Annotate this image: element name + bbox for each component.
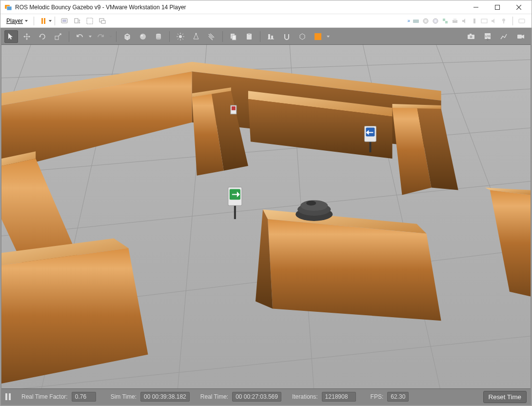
dropdown-icon[interactable] bbox=[109, 36, 112, 38]
svg-point-33 bbox=[156, 38, 161, 40]
point-light-button[interactable] bbox=[174, 30, 187, 43]
svg-marker-89 bbox=[268, 219, 441, 321]
undo-button[interactable] bbox=[73, 30, 87, 43]
paste-button[interactable] bbox=[242, 30, 256, 43]
plot-button[interactable] bbox=[497, 30, 511, 43]
realtime-label: Real Time: bbox=[200, 393, 228, 400]
svg-line-42 bbox=[182, 34, 183, 35]
separator bbox=[55, 17, 55, 25]
separator bbox=[169, 31, 170, 42]
dropdown-icon[interactable] bbox=[89, 36, 92, 38]
svg-point-96 bbox=[306, 201, 316, 205]
align-button[interactable] bbox=[264, 30, 278, 43]
svg-rect-97 bbox=[234, 204, 236, 219]
spot-light-button[interactable] bbox=[189, 30, 203, 43]
display-icon[interactable] bbox=[480, 17, 488, 25]
box-shape-button[interactable] bbox=[120, 30, 134, 43]
realtime-value: 00 00:27:03.569 bbox=[232, 392, 281, 402]
snapshot-icon[interactable] bbox=[72, 16, 82, 26]
hdd-icon[interactable] bbox=[412, 17, 420, 25]
minimize-button[interactable] bbox=[465, 0, 487, 14]
gazebo-3d-viewport[interactable] bbox=[1, 44, 531, 389]
svg-line-46 bbox=[209, 36, 213, 40]
simtime-value: 00 00:39:38.182 bbox=[140, 392, 190, 402]
svg-rect-20 bbox=[453, 19, 456, 20]
dropdown-icon bbox=[49, 20, 52, 22]
svg-rect-52 bbox=[271, 36, 273, 39]
svg-rect-3 bbox=[495, 5, 500, 9]
svg-point-34 bbox=[179, 35, 182, 38]
svg-point-30 bbox=[141, 35, 143, 37]
svg-rect-12 bbox=[413, 20, 419, 23]
rotate-tool[interactable] bbox=[36, 30, 49, 43]
unity-icon[interactable] bbox=[97, 16, 108, 26]
cylinder-shape-button[interactable] bbox=[152, 30, 165, 43]
select-tool[interactable] bbox=[4, 30, 18, 43]
vm-pause-button[interactable] bbox=[38, 16, 49, 26]
mic-icon[interactable] bbox=[500, 17, 508, 25]
speaker2-icon[interactable] bbox=[490, 17, 498, 25]
vmware-app-icon bbox=[4, 3, 12, 11]
svg-rect-56 bbox=[470, 34, 472, 35]
fps-label: FPS: bbox=[371, 393, 384, 400]
vmware-device-tray: » bbox=[407, 17, 529, 25]
svg-line-39 bbox=[177, 34, 178, 35]
gazebo-window: LOG bbox=[0, 28, 532, 406]
svg-rect-17 bbox=[443, 19, 445, 21]
sphere-shape-button[interactable] bbox=[136, 30, 150, 43]
svg-point-43 bbox=[196, 33, 197, 35]
sound-icon[interactable] bbox=[461, 17, 469, 25]
screenshot-button[interactable] bbox=[464, 30, 478, 43]
separator bbox=[260, 31, 260, 42]
svg-point-16 bbox=[435, 20, 436, 21]
svg-rect-8 bbox=[75, 19, 78, 23]
reset-time-button[interactable]: Reset Time bbox=[483, 391, 527, 403]
sim-play-pause-button[interactable] bbox=[5, 393, 11, 400]
svg-rect-50 bbox=[248, 33, 250, 35]
svg-text:LOG: LOG bbox=[485, 35, 491, 38]
svg-line-41 bbox=[177, 39, 178, 40]
message-icon[interactable] bbox=[518, 17, 526, 25]
separator bbox=[69, 31, 69, 42]
maximize-button[interactable] bbox=[487, 0, 508, 14]
svg-point-23 bbox=[502, 19, 505, 21]
selection-highlight-button[interactable] bbox=[311, 30, 325, 43]
chevrons-icon[interactable]: » bbox=[407, 18, 410, 23]
cd2-icon[interactable] bbox=[432, 17, 439, 25]
svg-rect-21 bbox=[473, 19, 475, 23]
snap-button[interactable] bbox=[280, 30, 294, 43]
network-icon[interactable] bbox=[441, 17, 449, 25]
dropdown-icon[interactable] bbox=[327, 36, 330, 38]
svg-rect-24 bbox=[503, 21, 504, 23]
svg-line-40 bbox=[182, 39, 183, 40]
send-ctrl-alt-del-icon[interactable] bbox=[59, 16, 70, 26]
svg-rect-28 bbox=[55, 36, 59, 40]
scene-render bbox=[1, 45, 531, 388]
player-menu[interactable]: Player bbox=[3, 17, 31, 25]
redo-button[interactable] bbox=[94, 30, 107, 43]
dropdown-icon bbox=[25, 20, 28, 22]
svg-rect-1 bbox=[7, 6, 12, 10]
close-button[interactable] bbox=[508, 0, 530, 14]
printer-icon[interactable] bbox=[451, 17, 459, 25]
cd-icon[interactable] bbox=[422, 17, 430, 25]
svg-rect-51 bbox=[268, 34, 270, 39]
svg-rect-48 bbox=[232, 35, 236, 40]
svg-line-45 bbox=[210, 34, 214, 38]
rtf-label: Real Time Factor: bbox=[21, 393, 68, 400]
usb-icon[interactable] bbox=[471, 17, 478, 25]
fullscreen-icon[interactable] bbox=[84, 16, 95, 26]
rtf-value: 0.76 bbox=[72, 392, 96, 402]
record-video-button[interactable] bbox=[514, 30, 528, 43]
view-angle-button[interactable] bbox=[296, 30, 309, 43]
simtime-label: Sim Time: bbox=[111, 393, 137, 400]
scale-tool[interactable] bbox=[51, 30, 65, 43]
svg-rect-59 bbox=[517, 35, 522, 39]
iterations-label: Iterations: bbox=[292, 393, 318, 400]
log-button[interactable]: LOG bbox=[481, 30, 494, 43]
svg-rect-22 bbox=[481, 19, 487, 23]
translate-tool[interactable] bbox=[20, 30, 34, 43]
copy-button[interactable] bbox=[227, 30, 240, 43]
svg-rect-18 bbox=[445, 21, 448, 23]
directional-light-button[interactable] bbox=[205, 30, 218, 43]
